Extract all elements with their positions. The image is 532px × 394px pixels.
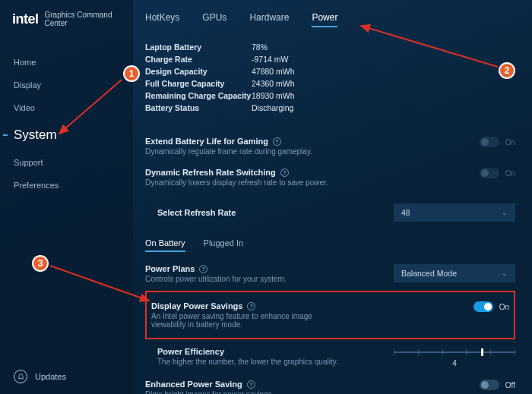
help-icon[interactable]: ? xyxy=(199,265,207,273)
chevron-down-icon: ⌄ xyxy=(502,209,508,216)
sidebar-footer[interactable]: Updates xyxy=(0,359,133,394)
app-title: Graphics Command Center xyxy=(45,11,121,27)
setting-desc: The higher the number, the lower the gra… xyxy=(157,358,355,366)
bell-icon xyxy=(14,370,27,383)
setting-desc: Dynamically regulate frame rate during g… xyxy=(145,147,343,156)
info-label: Full Charge Capacity xyxy=(145,77,252,90)
refresh-rate-select[interactable]: 48 ⌄ xyxy=(394,203,515,222)
toggle-dynamic-refresh[interactable] xyxy=(480,168,499,178)
slider-thumb[interactable] xyxy=(481,348,483,356)
setting-power-efficiency: Power Efficiency The higher the number, … xyxy=(145,341,515,374)
setting-title: Power Plans xyxy=(145,264,195,273)
brand-logo: intel xyxy=(12,11,39,27)
tab-hardware[interactable]: Hardware xyxy=(249,12,289,27)
setting-title: Power Efficiency xyxy=(157,347,224,356)
select-value: 48 xyxy=(401,208,410,217)
setting-power-plans: Power Plans? Controls power utilization … xyxy=(145,258,515,289)
info-value: 18930 mWh xyxy=(252,90,295,102)
setting-title: Extend Battery Life for Gaming xyxy=(145,137,268,146)
info-label: Design Capacity xyxy=(145,65,252,77)
sidebar-item-home[interactable]: Home xyxy=(0,52,133,73)
toggle-enhanced-power-saving[interactable] xyxy=(480,380,499,390)
power-plans-select[interactable]: Balanced Mode ⌄ xyxy=(394,264,515,282)
setting-title: Display Power Savings xyxy=(151,301,242,310)
toggle-label: On xyxy=(505,169,515,178)
tab-power[interactable]: Power xyxy=(312,12,337,27)
top-tabs: HotKeys GPUs Hardware Power xyxy=(145,0,515,35)
toggle-label: On xyxy=(499,303,509,311)
info-value: 78% xyxy=(252,41,268,53)
tab-hotkeys[interactable]: HotKeys xyxy=(145,12,179,27)
refresh-rate-row: Select Refresh Rate 48 ⌄ xyxy=(145,193,515,232)
toggle-label: Off xyxy=(505,381,515,389)
sidebar-item-support[interactable]: Support xyxy=(0,152,133,173)
sidebar-item-preferences[interactable]: Preferences xyxy=(0,175,133,196)
toggle-extend-battery[interactable] xyxy=(480,137,499,147)
setting-extend-battery: Extend Battery Life for Gaming? Dynamica… xyxy=(145,131,515,162)
toggle-display-power-savings[interactable] xyxy=(473,301,493,312)
power-efficiency-slider[interactable]: 4 xyxy=(394,351,515,367)
refresh-rate-label: Select Refresh Rate xyxy=(145,208,236,217)
sidebar-item-system[interactable]: System xyxy=(0,120,133,150)
info-label: Charge Rate xyxy=(145,53,252,65)
power-sub-tabs: On Battery Plugged In xyxy=(145,232,515,258)
slider-value: 4 xyxy=(394,359,515,367)
setting-desc: Controls power utilization for your syst… xyxy=(145,275,343,283)
main-content: HotKeys GPUs Hardware Power Laptop Batte… xyxy=(133,0,532,394)
app-root: intel Graphics Command Center Home Displ… xyxy=(0,0,532,394)
info-value: -9714 mW xyxy=(252,53,288,65)
info-value: Discharging xyxy=(252,102,293,114)
battery-info: Laptop Battery78% Charge Rate-9714 mW De… xyxy=(145,35,515,125)
tab-gpus[interactable]: GPUs xyxy=(202,12,226,27)
setting-display-power-savings: Display Power Savings? An Intel power sa… xyxy=(151,295,509,335)
sub-tab-on-battery[interactable]: On Battery xyxy=(145,238,185,252)
info-value: 24360 mWh xyxy=(252,77,295,90)
select-value: Balanced Mode xyxy=(401,269,457,278)
brand-row: intel Graphics Command Center xyxy=(0,11,133,44)
setting-desc: Dynamically lowers display refresh rate … xyxy=(145,178,343,187)
help-icon[interactable]: ? xyxy=(247,380,255,389)
help-icon[interactable]: ? xyxy=(247,302,255,310)
sidebar-nav: Home Display Video System Support Prefer… xyxy=(0,52,133,196)
toggle-label: On xyxy=(505,138,515,147)
sidebar-item-display[interactable]: Display xyxy=(0,74,133,96)
info-label: Remaining Charge Capacity xyxy=(145,90,252,102)
info-label: Laptop Battery xyxy=(145,41,252,53)
chevron-down-icon: ⌄ xyxy=(502,269,508,277)
setting-desc: An Intel power saving feature to enhance… xyxy=(151,312,349,329)
highlight-box: Display Power Savings? An Intel power sa… xyxy=(145,291,515,339)
setting-enhanced-power-saving: Enhanced Power Saving? Dims bright image… xyxy=(145,374,515,394)
info-value: 47880 mWh xyxy=(252,65,295,77)
info-label: Battery Status xyxy=(145,102,252,114)
setting-title: Dynamic Refresh Rate Switching xyxy=(145,168,276,177)
sidebar: intel Graphics Command Center Home Displ… xyxy=(0,0,133,394)
help-icon[interactable]: ? xyxy=(273,137,281,146)
setting-dynamic-refresh: Dynamic Refresh Rate Switching? Dynamica… xyxy=(145,162,515,193)
sub-tab-plugged-in[interactable]: Plugged In xyxy=(204,238,244,252)
sidebar-item-video[interactable]: Video xyxy=(0,97,133,118)
setting-desc: Dims bright images for power savings. xyxy=(145,390,343,394)
help-icon[interactable]: ? xyxy=(280,169,289,177)
setting-title: Enhanced Power Saving xyxy=(145,380,242,389)
updates-label: Updates xyxy=(35,372,66,381)
